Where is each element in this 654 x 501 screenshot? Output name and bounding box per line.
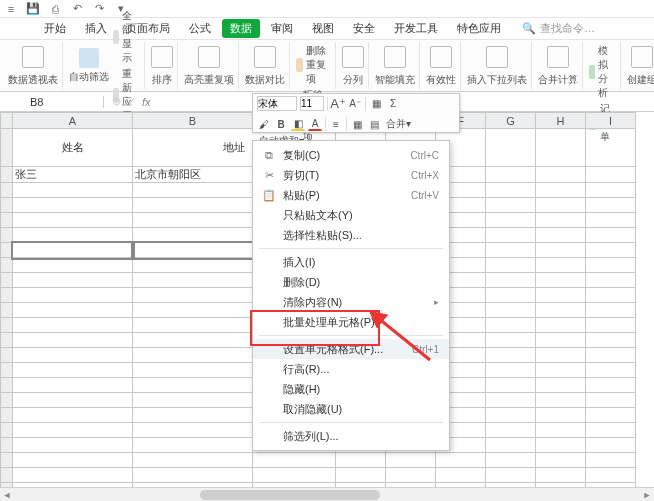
menu-security[interactable]: 安全: [345, 19, 383, 38]
cell-r23c2[interactable]: [253, 468, 336, 483]
cell-r6c6[interactable]: [486, 213, 536, 228]
cell-r16c7[interactable]: [536, 363, 586, 378]
cell-r12c6[interactable]: [486, 303, 536, 318]
scroll-right-icon[interactable]: ►: [640, 490, 654, 500]
cell-r10c0[interactable]: [13, 273, 133, 288]
row-hdr-11[interactable]: [1, 288, 13, 303]
cell-r23c8[interactable]: [586, 468, 636, 483]
cell-r12c1[interactable]: [133, 303, 253, 318]
cell-r21c7[interactable]: [536, 438, 586, 453]
cell-r4c8[interactable]: [586, 183, 636, 198]
cell-r17c8[interactable]: [586, 378, 636, 393]
borders-icon[interactable]: ▦: [369, 97, 383, 111]
row-hdr-12[interactable]: [1, 303, 13, 318]
sum-icon[interactable]: Σ: [386, 97, 400, 111]
cell-r17c6[interactable]: [486, 378, 536, 393]
row-hdr-5[interactable]: [1, 198, 13, 213]
row-hdr-17[interactable]: [1, 378, 13, 393]
cell-r19c7[interactable]: [536, 408, 586, 423]
col-hdr-H[interactable]: H: [536, 113, 586, 129]
cell-r9c8[interactable]: [586, 258, 636, 273]
col-hdr-B[interactable]: B: [133, 113, 253, 129]
cell-r4c7[interactable]: [536, 183, 586, 198]
cell-r11c7[interactable]: [536, 288, 586, 303]
cell-r8c6[interactable]: [486, 243, 536, 258]
cell-A1[interactable]: 姓名: [13, 129, 133, 167]
ctx-item-16[interactable]: 筛选列(L)...: [253, 426, 449, 446]
cell-r4c1[interactable]: [133, 183, 253, 198]
select-all-corner[interactable]: [1, 113, 13, 129]
cell-r21c6[interactable]: [486, 438, 536, 453]
row-hdr-15[interactable]: [1, 348, 13, 363]
cell-r13c1[interactable]: [133, 318, 253, 333]
menu-insert[interactable]: 插入: [77, 19, 115, 38]
cell-r17c0[interactable]: [13, 378, 133, 393]
cell-r22c1[interactable]: [133, 453, 253, 468]
ctx-item-0[interactable]: ⧉复制(C)Ctrl+C: [253, 145, 449, 165]
increase-font-icon[interactable]: A⁺: [331, 97, 345, 111]
ribbon-dropdown-list[interactable]: 插入下拉列表: [463, 42, 532, 89]
ctx-item-1[interactable]: ✂剪切(T)Ctrl+X: [253, 165, 449, 185]
cell-r7c1[interactable]: [133, 228, 253, 243]
cell-r14c6[interactable]: [486, 333, 536, 348]
cell-r20c1[interactable]: [133, 423, 253, 438]
bold-icon[interactable]: B: [274, 117, 288, 131]
cell-r14c1[interactable]: [133, 333, 253, 348]
command-search[interactable]: 🔍 查找命令…: [522, 21, 595, 36]
cell-r20c8[interactable]: [586, 423, 636, 438]
fill-color-icon[interactable]: ◧: [291, 117, 305, 131]
cell-r13c6[interactable]: [486, 318, 536, 333]
merge-dropdown[interactable]: 合并▾: [384, 117, 413, 131]
cell-r18c8[interactable]: [586, 393, 636, 408]
cell-r22c0[interactable]: [13, 453, 133, 468]
horizontal-scrollbar[interactable]: ◄ ►: [0, 487, 654, 501]
col-hdr-G[interactable]: G: [486, 113, 536, 129]
cell-r7c7[interactable]: [536, 228, 586, 243]
cell-r14c8[interactable]: [586, 333, 636, 348]
cell-r8c7[interactable]: [536, 243, 586, 258]
cell-r18c7[interactable]: [536, 393, 586, 408]
row-hdr-23[interactable]: [1, 468, 13, 483]
ribbon-sort[interactable]: 排序: [147, 42, 178, 89]
cell-r16c8[interactable]: [586, 363, 636, 378]
cell-r23c7[interactable]: [536, 468, 586, 483]
cell-r23c1[interactable]: [133, 468, 253, 483]
row-hdr-8[interactable]: [1, 243, 13, 258]
ctx-item-6[interactable]: 插入(I): [253, 252, 449, 272]
cell-r17c1[interactable]: [133, 378, 253, 393]
remove-dup-btn[interactable]: 删除重复项: [296, 44, 331, 86]
ribbon-validation[interactable]: 有效性: [422, 42, 461, 89]
cell-r22c5[interactable]: [436, 453, 486, 468]
row-hdr-6[interactable]: [1, 213, 13, 228]
cell-r19c6[interactable]: [486, 408, 536, 423]
row-hdr-20[interactable]: [1, 423, 13, 438]
row-hdr-19[interactable]: [1, 408, 13, 423]
row-hdr-14[interactable]: [1, 333, 13, 348]
freeze-icon[interactable]: ▤: [367, 117, 381, 131]
cell-r22c7[interactable]: [536, 453, 586, 468]
row-hdr-22[interactable]: [1, 453, 13, 468]
cell-r23c4[interactable]: [386, 468, 436, 483]
menu-view[interactable]: 视图: [304, 19, 342, 38]
cell-r20c6[interactable]: [486, 423, 536, 438]
ribbon-group[interactable]: 创建组: [623, 42, 654, 89]
cell-r12c7[interactable]: [536, 303, 586, 318]
ribbon-flashfill[interactable]: 智能填充: [371, 42, 420, 89]
cell-r11c1[interactable]: [133, 288, 253, 303]
row-hdr-21[interactable]: [1, 438, 13, 453]
cell-r15c7[interactable]: [536, 348, 586, 363]
ctx-item-14[interactable]: 取消隐藏(U): [253, 399, 449, 419]
cell-r18c1[interactable]: [133, 393, 253, 408]
cell-r6c1[interactable]: [133, 213, 253, 228]
ribbon-consolidate[interactable]: 合并计算: [534, 42, 583, 89]
ctx-item-2[interactable]: 📋粘贴(P)Ctrl+V: [253, 185, 449, 205]
cell-r11c0[interactable]: [13, 288, 133, 303]
cell-r22c3[interactable]: [336, 453, 386, 468]
scroll-left-icon[interactable]: ◄: [0, 490, 14, 500]
cell-r18c6[interactable]: [486, 393, 536, 408]
row-hdr-10[interactable]: [1, 273, 13, 288]
decrease-font-icon[interactable]: A⁻: [348, 97, 362, 111]
cell-r4c0[interactable]: [13, 183, 133, 198]
row-hdr-7[interactable]: [1, 228, 13, 243]
cell-r12c0[interactable]: [13, 303, 133, 318]
